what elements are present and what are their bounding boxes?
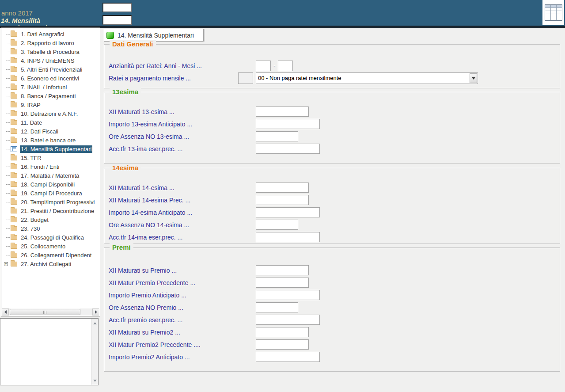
tree-item[interactable]: 20. Tempi/Importi Progressivi	[1, 198, 99, 206]
field-input[interactable]	[256, 144, 320, 154]
folder-icon	[11, 182, 17, 187]
tree-item[interactable]: 17. Malattia / Maternità	[1, 171, 99, 180]
section-premi: Premi XII Maturati su Premio ...XII Matu…	[104, 247, 560, 372]
tree-item-label: 24. Passaggi di Qualifica	[20, 234, 85, 241]
tree-item[interactable]: 10. Detrazioni e A.N.F.	[1, 109, 99, 118]
tree-item[interactable]: 5. Altri Enti Previdenziali	[1, 65, 99, 74]
tree-item-label: 8. Banca / Pagamenti	[20, 92, 76, 100]
folder-icon	[11, 120, 17, 125]
field-input[interactable]	[256, 352, 320, 362]
tree-item-label: 26. Collegamenti Dipendent	[20, 251, 92, 259]
field-input[interactable]	[256, 290, 320, 300]
tree-item-label: 10. Detrazioni e A.N.F.	[20, 110, 79, 118]
scrollbar-thumb[interactable]	[10, 309, 80, 315]
tree-item-label: 17. Malattia / Maternità	[20, 172, 80, 179]
tree-item[interactable]: 14. Mensilità Supplementari	[1, 145, 99, 153]
anni-input[interactable]	[256, 61, 271, 71]
field-input[interactable]	[256, 327, 309, 337]
field-label: Acc.tfr 13-ima eser.prec. ...	[109, 145, 182, 152]
tree-item[interactable]: 21. Prestiti / Decontribuzione	[1, 206, 99, 215]
scroll-left-button[interactable]	[2, 308, 9, 316]
tree-item[interactable]: 7. INAIL / Infortuni	[1, 83, 99, 91]
expand-plus-icon[interactable]: +	[4, 262, 8, 266]
section-legend: Premi	[110, 244, 133, 251]
dropdown-button[interactable]	[470, 73, 477, 83]
folder-icon	[11, 58, 17, 63]
tree-item[interactable]: +27. Archivi Collegati	[1, 259, 99, 268]
tree-connector	[6, 43, 10, 43]
folder-icon	[11, 67, 17, 72]
field-label: Ore Assenza NO 13-esima ...	[109, 133, 189, 140]
tree-item[interactable]: 25. Collocamento	[1, 242, 99, 251]
tree-item[interactable]: 2. Rapporto di lavoro	[1, 38, 99, 47]
app-header	[0, 0, 565, 26]
tree-item-label: 11. Date	[20, 119, 43, 126]
tree-item[interactable]: 6. Esonero ed Incentivi	[1, 74, 99, 83]
ratei-mensile-select[interactable]: 00 - Non paga ratei mensilmente	[256, 72, 478, 84]
tree-connector	[6, 167, 10, 167]
tree-item-label: 16. Fondi / Enti	[20, 163, 60, 171]
tree-connector	[6, 193, 10, 194]
tree-item[interactable]: 11. Date	[1, 118, 99, 127]
field-input[interactable]	[256, 131, 298, 141]
tree-item[interactable]: 13. Ratei e banca ore	[1, 136, 99, 145]
field-label: XII Maturati su Premio ...	[109, 267, 177, 274]
tree-connector	[6, 78, 10, 79]
tree-item[interactable]: 24. Passaggi di Qualifica	[1, 233, 99, 242]
tree-item[interactable]: 22. Budget	[1, 215, 99, 224]
field-input[interactable]	[256, 278, 309, 288]
field-input[interactable]	[256, 232, 320, 242]
folder-icon	[11, 164, 17, 169]
field-input[interactable]	[256, 183, 309, 193]
folder-icon	[11, 103, 17, 107]
header-field-bottom[interactable]	[102, 15, 132, 25]
field-label: Acc.tfr 14-ima eser.prec. ...	[109, 234, 182, 241]
field-label: Acc.tfr premio eser.prec. ...	[109, 316, 182, 323]
tree-item-label: 6. Esonero ed Incentivi	[20, 75, 80, 82]
field-input[interactable]	[256, 265, 309, 275]
scroll-down-button[interactable]	[91, 377, 99, 384]
tree-item[interactable]: 8. Banca / Pagamenti	[1, 91, 99, 100]
section-legend: Dati Generali	[110, 40, 156, 48]
tree-item[interactable]: 26. Collegamenti Dipendent	[1, 251, 99, 259]
tree-item[interactable]: 16. Fondi / Enti	[1, 162, 99, 171]
tree-connector	[6, 131, 10, 132]
arrow-up-icon	[93, 322, 97, 324]
field-input[interactable]	[256, 302, 298, 312]
section-legend: 14esima	[110, 164, 141, 171]
folder-icon	[11, 111, 17, 116]
tree-item-label: 4. INPS / UniEMENS	[20, 57, 75, 65]
tree-item[interactable]: 3. Tabelle di Procedura	[1, 47, 99, 56]
folder-icon	[11, 244, 17, 249]
field-input[interactable]	[256, 195, 309, 205]
field-input[interactable]	[256, 220, 298, 230]
tree-item[interactable]: 23. 730	[1, 224, 99, 233]
grid-view-button[interactable]	[542, 0, 564, 25]
tree-item[interactable]: 4. INPS / UniEMENS	[1, 56, 99, 65]
field-input[interactable]	[256, 207, 320, 217]
tree-item[interactable]: 15. TFR	[1, 153, 99, 162]
field-input[interactable]	[256, 315, 320, 325]
field-input[interactable]	[256, 107, 309, 117]
folder-icon	[11, 32, 17, 37]
tree-item[interactable]: 18. Campi Disponibili	[1, 180, 99, 189]
header-field-top[interactable]	[102, 3, 132, 12]
tree-item[interactable]: 19. Campi Di Procedura	[1, 189, 99, 198]
scroll-up-button[interactable]	[91, 320, 99, 327]
field-input[interactable]	[256, 119, 320, 129]
tree-item[interactable]: 12. Dati Fiscali	[1, 127, 99, 136]
tree-connector	[8, 264, 10, 264]
field-input[interactable]	[256, 339, 309, 350]
tree-horizontal-scrollbar[interactable]	[2, 308, 99, 316]
anni-mesi-separator: -	[273, 62, 276, 69]
mesi-input[interactable]	[278, 61, 293, 71]
folder-icon	[11, 76, 17, 81]
form-row: Ore Assenza NO 13-esima ...	[104, 130, 560, 143]
arrow-left-icon	[4, 310, 7, 314]
ratei-code-input[interactable]	[238, 72, 253, 84]
tree-item[interactable]: 9. IRAP	[1, 100, 99, 109]
form-row: Acc.tfr premio eser.prec. ...	[104, 314, 560, 326]
scroll-right-button[interactable]	[92, 308, 99, 316]
notes-vertical-scrollbar[interactable]	[91, 319, 98, 385]
tree-item[interactable]: 1. Dati Anagrafici	[1, 30, 99, 38]
